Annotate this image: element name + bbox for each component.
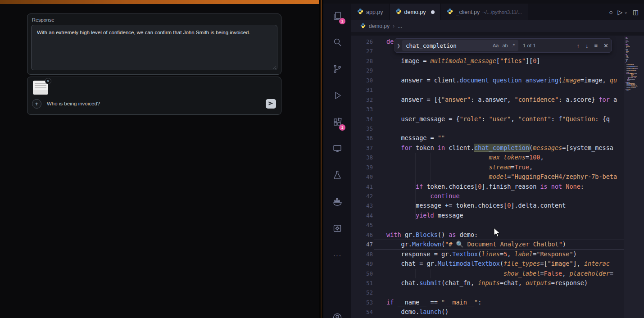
code-line[interactable]: 32 answer = [{"answer": a.answer, "confi… <box>351 95 624 104</box>
tab-demo-py[interactable]: demo.py <box>390 4 441 20</box>
code-line[interactable]: 28 image = multimodal_message["files"][0… <box>351 56 624 66</box>
code-line[interactable]: 38 max_tokens=100, <box>351 153 624 162</box>
code-line[interactable]: 46with gr.Blocks() as demo: <box>351 230 624 240</box>
line-number[interactable]: 35 <box>351 124 373 133</box>
code-line[interactable]: 52 <box>351 288 624 297</box>
activity-account[interactable] <box>331 313 343 318</box>
line-number[interactable]: 53 <box>351 298 373 307</box>
code-line[interactable]: 29 <box>351 66 624 75</box>
line-number[interactable]: 38 <box>351 153 373 162</box>
activity-run-debug[interactable] <box>331 91 343 102</box>
split-editor-icon[interactable]: ◫ <box>633 9 639 16</box>
line-number[interactable]: 52 <box>351 288 373 297</box>
code-line[interactable]: 41 if token.choices[0].finish_reason is … <box>351 182 624 191</box>
code-line[interactable]: 37 for token in client.chat_completion(m… <box>351 143 624 153</box>
line-number[interactable]: 49 <box>351 259 373 268</box>
line-number[interactable]: 28 <box>351 56 373 66</box>
modified-indicator[interactable] <box>431 10 435 14</box>
line-number[interactable]: 36 <box>351 133 373 143</box>
minimap-line <box>626 70 630 71</box>
breadcrumb-file[interactable]: demo.py <box>369 23 390 29</box>
minimap-line <box>632 79 635 80</box>
tab-app-py[interactable]: app.py <box>351 4 390 20</box>
line-number[interactable]: 48 <box>351 250 373 259</box>
code-line[interactable]: 53if __name__ == "__main__": <box>351 298 624 307</box>
line-number[interactable]: 32 <box>351 95 373 104</box>
line-number[interactable]: 37 <box>351 143 373 153</box>
code-line[interactable]: 39 stream=True, <box>351 163 624 172</box>
line-number[interactable]: 45 <box>351 220 373 230</box>
line-number[interactable]: 33 <box>351 104 373 114</box>
find-previous-button[interactable]: ↑ <box>577 42 580 49</box>
find-query-text[interactable]: chat_completion <box>406 42 491 49</box>
send-button[interactable] <box>266 99 276 109</box>
line-number[interactable]: 46 <box>351 230 373 240</box>
code-line[interactable]: 54 demo.launch() <box>351 307 624 317</box>
code-line[interactable]: 51 chat.submit(chat_fn, inputs=chat, out… <box>351 278 624 288</box>
minimap-line <box>626 57 629 58</box>
line-number[interactable]: 42 <box>351 191 373 201</box>
code-line[interactable]: 47 gr.Markdown("# 🔍 Document Analyzer Ch… <box>351 240 624 249</box>
activity-docker[interactable] <box>331 197 343 209</box>
code-line[interactable]: 44 yield message <box>351 211 624 220</box>
activity-explorer[interactable]: 1 <box>331 11 343 23</box>
line-number[interactable]: 29 <box>351 66 373 75</box>
code-line[interactable]: 43 message += token.choices[0].delta.con… <box>351 201 624 210</box>
line-number[interactable]: 43 <box>351 201 373 210</box>
activity-more[interactable]: ··· <box>331 250 343 262</box>
code-line[interactable]: 45 <box>351 220 624 230</box>
tab-client-py[interactable]: _client.py ~/.../python3.11/... <box>441 4 528 20</box>
code-line[interactable]: 33 <box>351 104 624 114</box>
line-number[interactable]: 27 <box>351 46 373 56</box>
code-line[interactable]: 30 answer = client.document_question_ans… <box>351 76 624 85</box>
circle-icon[interactable]: ○ <box>609 9 612 16</box>
chat-input[interactable]: Who is being invoiced? <box>47 101 100 106</box>
activity-search[interactable] <box>331 37 343 49</box>
breadcrumb-more[interactable]: ... <box>398 23 402 29</box>
activity-testing[interactable] <box>331 170 343 182</box>
code-line[interactable]: 40 model="HuggingFaceH4/zephyr-7b-beta <box>351 172 624 182</box>
code-line[interactable]: 42 continue <box>351 191 624 201</box>
code-line[interactable]: 31 <box>351 85 624 95</box>
line-number[interactable]: 34 <box>351 114 373 124</box>
minimap-line <box>626 45 630 46</box>
line-number[interactable]: 41 <box>351 182 373 191</box>
code-line[interactable]: 35 <box>351 124 624 133</box>
line-number[interactable]: 51 <box>351 278 373 288</box>
regex-button[interactable]: .* <box>510 42 517 49</box>
code-line[interactable]: 34 user_message = {"role": "user", "cont… <box>351 114 624 124</box>
activity-settings-editor[interactable] <box>331 223 343 235</box>
line-number[interactable]: 54 <box>351 307 373 317</box>
run-dropdown-chevron-icon[interactable]: ⌄ <box>624 9 627 14</box>
find-next-button[interactable]: ↓ <box>585 42 589 49</box>
minimap-line <box>627 79 632 80</box>
code-line[interactable]: 49 chat = gr.MultimodalTextbox(file_type… <box>351 259 624 268</box>
line-number[interactable]: 50 <box>351 269 373 278</box>
line-number[interactable]: 30 <box>351 76 373 85</box>
line-number[interactable]: 39 <box>351 163 373 172</box>
code-area[interactable]: 26de2728 image = multimodal_message["fil… <box>351 37 624 318</box>
code-line[interactable]: 36 message = "" <box>351 133 624 143</box>
line-number[interactable]: 40 <box>351 172 373 182</box>
find-in-selection-button[interactable]: ≡ <box>594 42 598 49</box>
remove-attachment-button[interactable]: × <box>45 78 51 84</box>
activity-remote-explorer[interactable] <box>331 144 343 155</box>
line-number[interactable]: 26 <box>351 37 373 46</box>
minimap[interactable] <box>624 36 644 318</box>
find-input[interactable]: chat_completion Aa ab .* <box>402 40 518 51</box>
toggle-replace-chevron[interactable]: ❯ <box>395 43 402 48</box>
code-line[interactable]: 50 show_label=False, placeholder= <box>351 269 624 278</box>
close-find-button[interactable]: ✕ <box>603 42 608 49</box>
add-file-button[interactable]: + <box>32 99 41 109</box>
activity-extensions[interactable]: 1 <box>331 117 343 129</box>
activity-source-control[interactable] <box>331 64 343 76</box>
code-line[interactable]: 48 response = gr.Textbox(lines=5, label=… <box>351 250 624 259</box>
line-number[interactable]: 31 <box>351 85 373 95</box>
line-number[interactable]: 44 <box>351 211 373 220</box>
response-textbox[interactable]: With an extremely high level of confiden… <box>31 25 277 70</box>
line-number[interactable]: 47 <box>351 240 373 249</box>
match-case-button[interactable]: Aa <box>491 42 500 49</box>
run-file-button[interactable]: ▷ <box>618 9 623 16</box>
code-editor[interactable]: 26de2728 image = multimodal_message["fil… <box>351 36 644 318</box>
whole-word-button[interactable]: ab <box>500 42 509 49</box>
